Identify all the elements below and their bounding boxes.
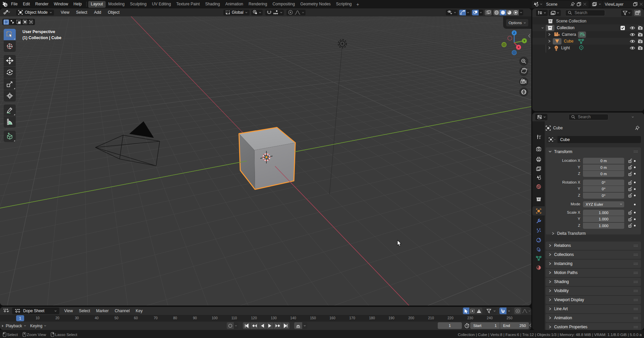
svg-text:X: X — [518, 46, 520, 49]
svg-text:Z: Z — [513, 31, 515, 35]
svg-text:Y: Y — [523, 39, 525, 43]
